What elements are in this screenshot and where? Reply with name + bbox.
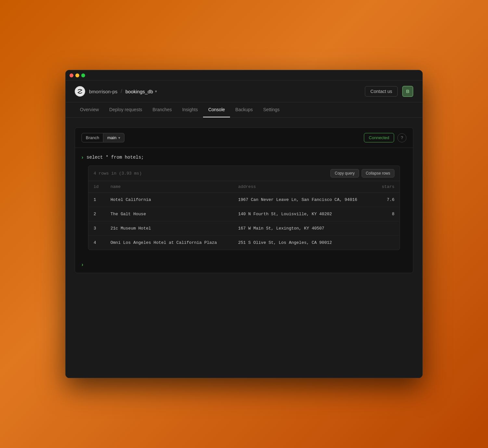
results-section: 4 rows in (3.93 ms) Copy query Collapse …: [88, 165, 400, 250]
branch-value: main: [107, 135, 116, 140]
table-row: 2The Galt House140 N Fourth St, Louisvil…: [88, 207, 400, 221]
table-header-row: id name address stars: [88, 181, 400, 193]
connected-badge: Connected: [364, 133, 394, 142]
cell-name: Hotel California: [105, 193, 233, 207]
results-table: id name address stars 1Hotel California1…: [88, 181, 400, 250]
contact-button[interactable]: Contact us: [365, 86, 398, 97]
copy-query-button[interactable]: Copy query: [330, 169, 359, 178]
nav-branches[interactable]: Branches: [148, 102, 177, 117]
next-prompt: ›: [75, 257, 413, 273]
branch-selector: Branch main ▾: [82, 133, 124, 142]
toolbar-right: Connected ?: [364, 133, 406, 142]
nav-settings[interactable]: Settings: [258, 102, 285, 117]
maximize-button[interactable]: [81, 73, 85, 77]
cell-stars: [374, 221, 400, 236]
cell-name: Omni Los Angeles Hotel at California Pla…: [105, 236, 233, 250]
avatar[interactable]: B: [402, 86, 413, 97]
minimize-button[interactable]: [75, 73, 79, 77]
help-button[interactable]: ?: [397, 133, 406, 142]
column-header-address: address: [233, 181, 375, 193]
logo: [75, 86, 85, 97]
branch-label: Branch: [82, 133, 103, 142]
cell-id: 3: [88, 221, 105, 236]
table-row: 4Omni Los Angeles Hotel at California Pl…: [88, 236, 400, 250]
database-selector[interactable]: bookings_db ▾: [125, 89, 157, 94]
query-text[interactable]: select * from hotels;: [86, 155, 144, 160]
close-button[interactable]: [70, 73, 73, 77]
branch-dropdown[interactable]: main ▾: [103, 133, 124, 142]
window-controls: [70, 73, 85, 77]
breadcrumb-separator: /: [121, 88, 122, 94]
results-actions: Copy query Collapse rows: [330, 169, 394, 178]
app-window: bmorrison-ps / bookings_db ▾ Contact us …: [65, 70, 423, 378]
console-toolbar: Branch main ▾ Connected ?: [75, 128, 413, 148]
header: bmorrison-ps / bookings_db ▾ Contact us …: [66, 81, 422, 102]
column-header-stars: stars: [374, 181, 400, 193]
cell-stars: [374, 236, 400, 250]
query-section: › select * from hotels; 4 rows in (3.93 …: [75, 148, 413, 250]
column-header-name: name: [105, 181, 233, 193]
results-meta: 4 rows in (3.93 ms): [94, 171, 142, 176]
query-prompt-icon: ›: [82, 154, 83, 160]
cell-address: 251 S Olive St, Los Angeles, CA 90012: [233, 236, 375, 250]
cell-name: 21c Museum Hotel: [105, 221, 233, 236]
nav-overview[interactable]: Overview: [75, 102, 104, 117]
query-line: › select * from hotels;: [82, 154, 406, 160]
cell-id: 2: [88, 207, 105, 221]
navigation: Overview Deploy requests Branches Insigh…: [66, 102, 422, 118]
cell-id: 4: [88, 236, 105, 250]
cell-address: 140 N Fourth St, Louisville, KY 40202: [233, 207, 375, 221]
breadcrumb: bmorrison-ps / bookings_db ▾: [89, 88, 157, 94]
console-panel: Branch main ▾ Connected ? › select * fro…: [75, 127, 413, 273]
header-left: bmorrison-ps / bookings_db ▾: [75, 86, 157, 97]
cell-stars: 7.6: [374, 193, 400, 207]
table-row: 1Hotel California1967 Can Never Leave Ln…: [88, 193, 400, 207]
cell-name: The Galt House: [105, 207, 233, 221]
results-header: 4 rows in (3.93 ms) Copy query Collapse …: [88, 166, 400, 181]
breadcrumb-user: bmorrison-ps: [89, 89, 118, 94]
header-right: Contact us B: [365, 86, 413, 97]
cell-id: 1: [88, 193, 105, 207]
column-header-id: id: [88, 181, 105, 193]
branch-chevron-icon: ▾: [118, 136, 120, 140]
cell-address: 167 W Main St, Lexington, KY 40507: [233, 221, 375, 236]
cell-stars: 8: [374, 207, 400, 221]
chevron-down-icon: ▾: [155, 89, 157, 94]
collapse-rows-button[interactable]: Collapse rows: [362, 169, 394, 178]
avatar-icon: B: [406, 89, 409, 94]
nav-insights[interactable]: Insights: [177, 102, 203, 117]
next-prompt-icon[interactable]: ›: [82, 262, 83, 268]
main-content: Branch main ▾ Connected ? › select * fro…: [66, 118, 422, 378]
table-row: 321c Museum Hotel167 W Main St, Lexingto…: [88, 221, 400, 236]
titlebar: [66, 70, 422, 81]
nav-console[interactable]: Console: [203, 102, 230, 117]
database-name: bookings_db: [125, 89, 153, 94]
nav-deploy-requests[interactable]: Deploy requests: [104, 102, 147, 117]
cell-address: 1967 Can Never Leave Ln, San Fancisco CA…: [233, 193, 375, 207]
nav-backups[interactable]: Backups: [230, 102, 258, 117]
